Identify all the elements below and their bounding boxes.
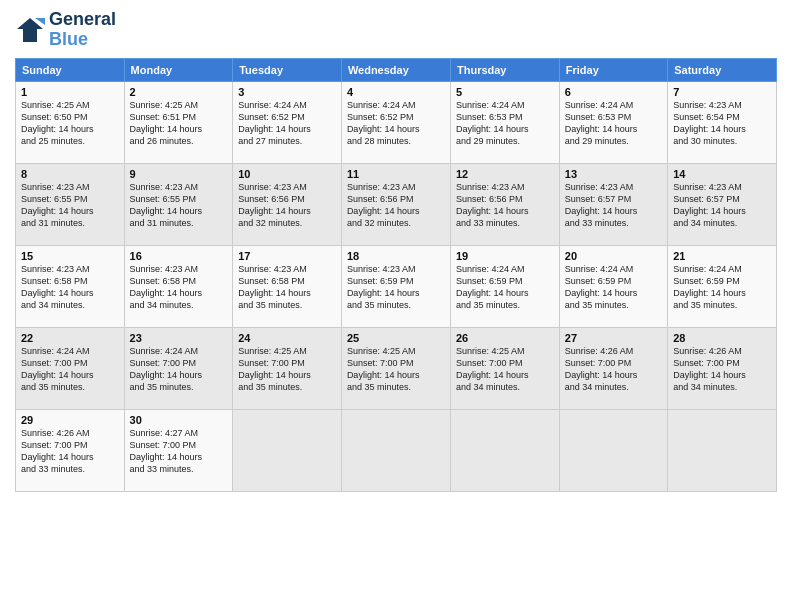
calendar-cell: 14Sunrise: 4:23 AMSunset: 6:57 PMDayligh… — [668, 163, 777, 245]
calendar-cell: 29Sunrise: 4:26 AMSunset: 7:00 PMDayligh… — [16, 409, 125, 491]
day-info: Sunrise: 4:23 AMSunset: 6:57 PMDaylight:… — [565, 181, 662, 230]
logo: General Blue — [15, 10, 116, 50]
calendar-cell: 26Sunrise: 4:25 AMSunset: 7:00 PMDayligh… — [450, 327, 559, 409]
calendar-table: SundayMondayTuesdayWednesdayThursdayFrid… — [15, 58, 777, 492]
day-number: 23 — [130, 332, 228, 344]
day-number: 1 — [21, 86, 119, 98]
day-number: 9 — [130, 168, 228, 180]
day-number: 10 — [238, 168, 336, 180]
day-info: Sunrise: 4:24 AMSunset: 7:00 PMDaylight:… — [130, 345, 228, 394]
calendar-cell: 6Sunrise: 4:24 AMSunset: 6:53 PMDaylight… — [559, 81, 667, 163]
day-number: 17 — [238, 250, 336, 262]
day-info: Sunrise: 4:23 AMSunset: 6:56 PMDaylight:… — [238, 181, 336, 230]
calendar-cell: 10Sunrise: 4:23 AMSunset: 6:56 PMDayligh… — [233, 163, 342, 245]
calendar-header-row: SundayMondayTuesdayWednesdayThursdayFrid… — [16, 58, 777, 81]
day-number: 21 — [673, 250, 771, 262]
day-info: Sunrise: 4:24 AMSunset: 6:59 PMDaylight:… — [456, 263, 554, 312]
calendar-cell — [450, 409, 559, 491]
calendar-cell: 21Sunrise: 4:24 AMSunset: 6:59 PMDayligh… — [668, 245, 777, 327]
calendar-cell: 22Sunrise: 4:24 AMSunset: 7:00 PMDayligh… — [16, 327, 125, 409]
day-number: 7 — [673, 86, 771, 98]
day-number: 5 — [456, 86, 554, 98]
calendar-cell: 16Sunrise: 4:23 AMSunset: 6:58 PMDayligh… — [124, 245, 233, 327]
day-info: Sunrise: 4:24 AMSunset: 6:59 PMDaylight:… — [565, 263, 662, 312]
day-info: Sunrise: 4:23 AMSunset: 6:56 PMDaylight:… — [456, 181, 554, 230]
calendar-cell: 13Sunrise: 4:23 AMSunset: 6:57 PMDayligh… — [559, 163, 667, 245]
calendar-cell: 24Sunrise: 4:25 AMSunset: 7:00 PMDayligh… — [233, 327, 342, 409]
calendar-cell — [341, 409, 450, 491]
day-number: 11 — [347, 168, 445, 180]
logo-text: General Blue — [49, 10, 116, 50]
day-info: Sunrise: 4:25 AMSunset: 6:51 PMDaylight:… — [130, 99, 228, 148]
day-info: Sunrise: 4:26 AMSunset: 7:00 PMDaylight:… — [673, 345, 771, 394]
day-info: Sunrise: 4:24 AMSunset: 6:53 PMDaylight:… — [456, 99, 554, 148]
day-info: Sunrise: 4:23 AMSunset: 6:56 PMDaylight:… — [347, 181, 445, 230]
day-header-tuesday: Tuesday — [233, 58, 342, 81]
day-number: 25 — [347, 332, 445, 344]
calendar-cell: 18Sunrise: 4:23 AMSunset: 6:59 PMDayligh… — [341, 245, 450, 327]
day-header-monday: Monday — [124, 58, 233, 81]
day-info: Sunrise: 4:25 AMSunset: 7:00 PMDaylight:… — [456, 345, 554, 394]
calendar-cell: 7Sunrise: 4:23 AMSunset: 6:54 PMDaylight… — [668, 81, 777, 163]
day-number: 18 — [347, 250, 445, 262]
calendar-week-row: 22Sunrise: 4:24 AMSunset: 7:00 PMDayligh… — [16, 327, 777, 409]
calendar-cell — [233, 409, 342, 491]
calendar-cell: 8Sunrise: 4:23 AMSunset: 6:55 PMDaylight… — [16, 163, 125, 245]
calendar-cell: 5Sunrise: 4:24 AMSunset: 6:53 PMDaylight… — [450, 81, 559, 163]
calendar-cell: 1Sunrise: 4:25 AMSunset: 6:50 PMDaylight… — [16, 81, 125, 163]
day-info: Sunrise: 4:23 AMSunset: 6:58 PMDaylight:… — [21, 263, 119, 312]
day-info: Sunrise: 4:23 AMSunset: 6:58 PMDaylight:… — [130, 263, 228, 312]
day-number: 29 — [21, 414, 119, 426]
calendar-cell: 28Sunrise: 4:26 AMSunset: 7:00 PMDayligh… — [668, 327, 777, 409]
day-info: Sunrise: 4:23 AMSunset: 6:55 PMDaylight:… — [130, 181, 228, 230]
day-info: Sunrise: 4:24 AMSunset: 6:52 PMDaylight:… — [238, 99, 336, 148]
day-info: Sunrise: 4:23 AMSunset: 6:57 PMDaylight:… — [673, 181, 771, 230]
logo-line1: General — [49, 10, 116, 30]
day-header-thursday: Thursday — [450, 58, 559, 81]
day-number: 20 — [565, 250, 662, 262]
calendar-cell: 17Sunrise: 4:23 AMSunset: 6:58 PMDayligh… — [233, 245, 342, 327]
page: General Blue SundayMondayTuesdayWednesda… — [0, 0, 792, 612]
day-header-sunday: Sunday — [16, 58, 125, 81]
calendar-cell — [668, 409, 777, 491]
day-number: 22 — [21, 332, 119, 344]
calendar-cell: 12Sunrise: 4:23 AMSunset: 6:56 PMDayligh… — [450, 163, 559, 245]
day-info: Sunrise: 4:24 AMSunset: 6:53 PMDaylight:… — [565, 99, 662, 148]
day-info: Sunrise: 4:23 AMSunset: 6:55 PMDaylight:… — [21, 181, 119, 230]
header: General Blue — [15, 10, 777, 50]
day-header-wednesday: Wednesday — [341, 58, 450, 81]
day-info: Sunrise: 4:24 AMSunset: 7:00 PMDaylight:… — [21, 345, 119, 394]
day-info: Sunrise: 4:25 AMSunset: 7:00 PMDaylight:… — [238, 345, 336, 394]
day-info: Sunrise: 4:25 AMSunset: 6:50 PMDaylight:… — [21, 99, 119, 148]
day-number: 24 — [238, 332, 336, 344]
calendar-cell: 19Sunrise: 4:24 AMSunset: 6:59 PMDayligh… — [450, 245, 559, 327]
day-info: Sunrise: 4:23 AMSunset: 6:59 PMDaylight:… — [347, 263, 445, 312]
calendar-cell: 30Sunrise: 4:27 AMSunset: 7:00 PMDayligh… — [124, 409, 233, 491]
calendar-cell: 15Sunrise: 4:23 AMSunset: 6:58 PMDayligh… — [16, 245, 125, 327]
day-number: 16 — [130, 250, 228, 262]
day-number: 28 — [673, 332, 771, 344]
calendar-cell — [559, 409, 667, 491]
day-info: Sunrise: 4:25 AMSunset: 7:00 PMDaylight:… — [347, 345, 445, 394]
calendar-cell: 4Sunrise: 4:24 AMSunset: 6:52 PMDaylight… — [341, 81, 450, 163]
calendar-cell: 23Sunrise: 4:24 AMSunset: 7:00 PMDayligh… — [124, 327, 233, 409]
day-number: 26 — [456, 332, 554, 344]
day-header-saturday: Saturday — [668, 58, 777, 81]
calendar-cell: 3Sunrise: 4:24 AMSunset: 6:52 PMDaylight… — [233, 81, 342, 163]
calendar-week-row: 1Sunrise: 4:25 AMSunset: 6:50 PMDaylight… — [16, 81, 777, 163]
calendar-cell: 11Sunrise: 4:23 AMSunset: 6:56 PMDayligh… — [341, 163, 450, 245]
day-number: 8 — [21, 168, 119, 180]
calendar-cell: 27Sunrise: 4:26 AMSunset: 7:00 PMDayligh… — [559, 327, 667, 409]
day-number: 2 — [130, 86, 228, 98]
day-number: 12 — [456, 168, 554, 180]
calendar-cell: 2Sunrise: 4:25 AMSunset: 6:51 PMDaylight… — [124, 81, 233, 163]
day-number: 27 — [565, 332, 662, 344]
day-info: Sunrise: 4:27 AMSunset: 7:00 PMDaylight:… — [130, 427, 228, 476]
day-number: 14 — [673, 168, 771, 180]
day-info: Sunrise: 4:26 AMSunset: 7:00 PMDaylight:… — [21, 427, 119, 476]
day-number: 4 — [347, 86, 445, 98]
day-info: Sunrise: 4:23 AMSunset: 6:54 PMDaylight:… — [673, 99, 771, 148]
logo-line2: Blue — [49, 30, 116, 50]
calendar-cell: 9Sunrise: 4:23 AMSunset: 6:55 PMDaylight… — [124, 163, 233, 245]
calendar-week-row: 8Sunrise: 4:23 AMSunset: 6:55 PMDaylight… — [16, 163, 777, 245]
